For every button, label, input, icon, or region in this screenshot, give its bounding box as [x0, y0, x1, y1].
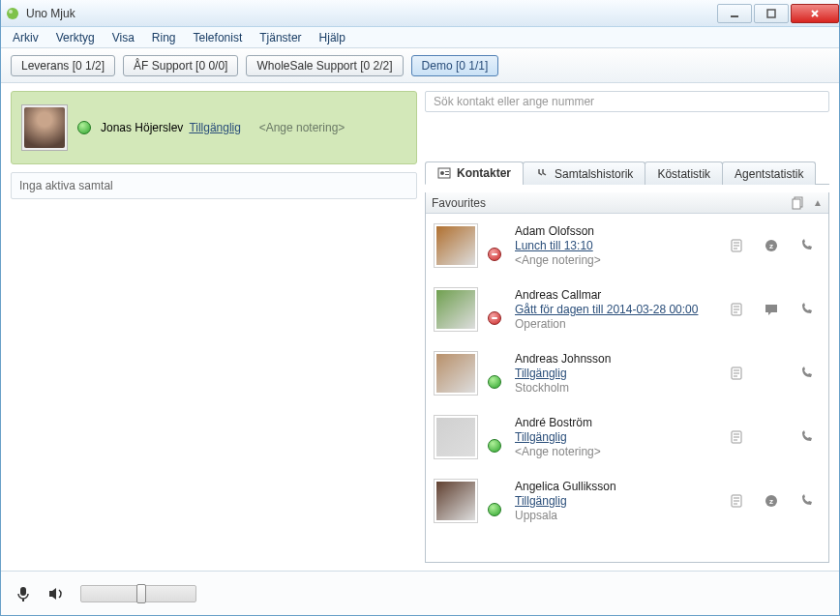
contact-status-link[interactable]: Gått för dagen till 2014-03-28 00:00 [515, 302, 718, 317]
contact-row[interactable]: Andreas JohnssonTillgängligStockholm [426, 341, 828, 405]
contact-name: Adam Olofsson [515, 224, 718, 238]
queue-button[interactable]: Demo [0 1/1] [411, 55, 499, 76]
queue-button[interactable]: Leverans [0 1/2] [11, 55, 115, 76]
contact-note: Operation [515, 317, 718, 331]
menu-item-telefonist[interactable]: Telefonist [186, 29, 251, 46]
presence-dot-icon [488, 375, 501, 389]
chat-icon[interactable] [763, 301, 780, 318]
contact-info: Adam OlofssonLunch till 13:10<Ange noter… [515, 224, 718, 267]
queue-bar: Leverans [0 1/2]ÅF Support [0 0/0]WholeS… [1, 48, 839, 83]
my-presence-card: Jonas Höjerslev Tillgänglig <Ange noteri… [11, 91, 417, 164]
contact-actions [728, 365, 815, 382]
menu-item-verktyg[interactable]: Verktyg [48, 29, 103, 46]
svg-point-1 [9, 10, 13, 14]
contact-info: Andreas JohnssonTillgängligStockholm [515, 352, 718, 395]
contact-info: Andreas CallmarGått för dagen till 2014-… [515, 288, 718, 331]
menu-item-arkiv[interactable]: Arkiv [5, 29, 46, 46]
sleep-icon[interactable]: z [763, 492, 780, 510]
svg-point-5 [440, 171, 444, 175]
tab-kontakter[interactable]: Kontakter [425, 161, 524, 185]
tab-agentstatistik[interactable]: Agentstatistik [722, 161, 816, 185]
my-note-placeholder[interactable]: <Ange notering> [259, 121, 345, 134]
titlebar: Uno Mjuk [1, 0, 839, 27]
contact-status-link[interactable]: Tillgänglig [515, 429, 718, 445]
presence-dot-icon [488, 503, 501, 516]
queue-button[interactable]: ÅF Support [0 0/0] [123, 55, 238, 76]
svg-rect-3 [767, 10, 775, 17]
avatar [434, 479, 478, 523]
svg-text:z: z [769, 497, 773, 506]
call-icon[interactable] [797, 237, 815, 254]
no-calls-label: Inga aktiva samtal [19, 179, 113, 192]
note-icon[interactable] [728, 365, 745, 382]
contacts-icon [437, 166, 451, 180]
menu-item-tjänster[interactable]: Tjänster [252, 29, 309, 46]
avatar [434, 351, 478, 396]
maximize-button[interactable] [754, 4, 789, 23]
volume-slider[interactable] [80, 585, 196, 602]
svg-rect-7 [445, 174, 449, 175]
contact-name: Angelica Gulliksson [515, 480, 718, 493]
svg-rect-35 [22, 599, 24, 601]
contact-note: <Ange notering> [515, 253, 718, 267]
contact-row[interactable]: Angelica GullikssonTillgängligUppsalaz [426, 469, 828, 533]
presence-dot-icon [488, 439, 501, 453]
tab-köstatistik[interactable]: Köstatistik [645, 161, 723, 185]
contact-status-link[interactable]: Tillgänglig [515, 493, 718, 509]
call-icon[interactable] [797, 365, 815, 382]
tab-label: Agentstatistik [735, 167, 803, 181]
note-icon[interactable] [728, 428, 745, 446]
app-icon [5, 6, 20, 21]
note-icon[interactable] [728, 492, 745, 510]
close-button[interactable] [791, 4, 839, 23]
search-placeholder: Sök kontakt eller ange nummer [434, 95, 594, 108]
contact-name: André Boström [515, 416, 718, 429]
contact-name: Andreas Johnsson [515, 352, 718, 366]
contact-info: André BoströmTillgänglig<Ange notering> [515, 416, 718, 458]
tab-label: Kontakter [457, 166, 511, 180]
contact-note: Uppsala [515, 509, 718, 522]
note-icon[interactable] [728, 301, 745, 318]
svg-rect-34 [20, 587, 26, 596]
call-icon[interactable] [797, 301, 815, 318]
volume-icon[interactable] [47, 585, 65, 602]
contact-info: Angelica GullikssonTillgängligUppsala [515, 480, 718, 522]
spacer [763, 428, 780, 446]
mic-icon[interactable] [15, 585, 32, 602]
tab-label: Samtalshistorik [555, 167, 633, 181]
expand-icon[interactable]: ▲ [813, 197, 823, 208]
copy-icon[interactable] [792, 196, 805, 210]
sleep-icon[interactable]: z [763, 237, 780, 254]
my-name: Jonas Höjerslev [101, 121, 183, 134]
slider-thumb[interactable] [136, 584, 146, 603]
queue-button[interactable]: WholeSale Support [0 2/2] [246, 55, 403, 76]
contact-status-link[interactable]: Tillgänglig [515, 366, 718, 381]
contact-actions: z [728, 237, 815, 254]
avatar [434, 223, 478, 268]
call-icon[interactable] [797, 492, 815, 510]
active-calls-panel: Inga aktiva samtal [11, 172, 417, 199]
menu-item-hjälp[interactable]: Hjälp [312, 29, 353, 46]
history-icon [535, 167, 549, 181]
avatar [21, 104, 68, 151]
tab-samtalshistorik[interactable]: Samtalshistorik [523, 161, 645, 185]
menu-item-visa[interactable]: Visa [105, 29, 142, 46]
tab-label: Köstatistik [657, 167, 710, 181]
contact-row[interactable]: André BoströmTillgänglig<Ange notering> [426, 405, 828, 469]
svg-point-0 [7, 8, 18, 19]
presence-dot-icon [488, 311, 501, 325]
contact-row[interactable]: Adam OlofssonLunch till 13:10<Ange noter… [426, 214, 828, 278]
my-status-link[interactable]: Tillgänglig [189, 121, 241, 134]
contact-status-link[interactable]: Lunch till 13:10 [515, 238, 718, 253]
note-icon[interactable] [728, 237, 745, 254]
contact-row[interactable]: Andreas CallmarGått för dagen till 2014-… [426, 278, 828, 341]
presence-dot-icon [488, 248, 501, 261]
search-input[interactable]: Sök kontakt eller ange nummer [425, 91, 829, 112]
contact-actions: z [728, 492, 815, 510]
contact-note: <Ange notering> [515, 445, 718, 458]
contact-list[interactable]: Adam OlofssonLunch till 13:10<Ange noter… [426, 214, 828, 562]
menu-item-ring[interactable]: Ring [144, 29, 184, 46]
svg-rect-2 [731, 15, 738, 17]
call-icon[interactable] [797, 428, 815, 446]
minimize-button[interactable] [717, 4, 752, 23]
